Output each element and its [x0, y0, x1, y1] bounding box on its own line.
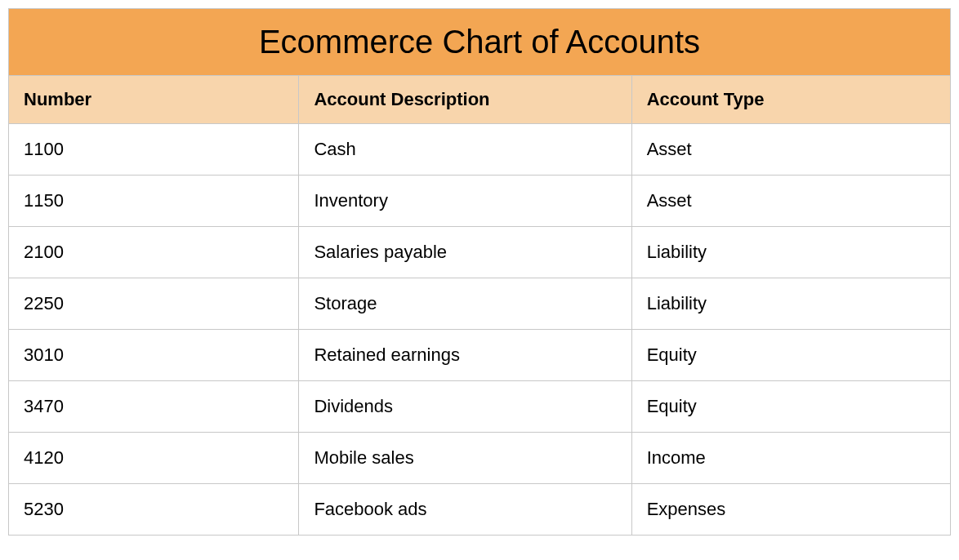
cell-description: Inventory	[299, 176, 631, 226]
table-header-row: Number Account Description Account Type	[9, 76, 950, 124]
table-title: Ecommerce Chart of Accounts	[9, 9, 950, 76]
cell-type: Liability	[632, 227, 950, 278]
cell-type: Asset	[632, 124, 950, 175]
cell-type: Asset	[632, 176, 950, 226]
cell-type: Income	[632, 433, 950, 483]
accounts-table: Ecommerce Chart of Accounts Number Accou…	[8, 8, 951, 536]
column-header-number: Number	[9, 76, 299, 123]
cell-number: 3470	[9, 381, 299, 432]
table-row: 1100CashAsset	[9, 124, 950, 176]
column-header-description: Account Description	[299, 76, 631, 123]
cell-type: Equity	[632, 330, 950, 380]
cell-type: Liability	[632, 278, 950, 329]
cell-number: 1100	[9, 124, 299, 175]
cell-number: 5230	[9, 484, 299, 535]
cell-number: 1150	[9, 176, 299, 226]
cell-type: Expenses	[632, 484, 950, 535]
cell-type: Equity	[632, 381, 950, 432]
cell-description: Dividends	[299, 381, 631, 432]
cell-number: 2250	[9, 278, 299, 329]
cell-description: Salaries payable	[299, 227, 631, 278]
cell-description: Retained earnings	[299, 330, 631, 380]
cell-description: Cash	[299, 124, 631, 175]
table-row: 2100Salaries payableLiability	[9, 227, 950, 278]
table-row: 3010Retained earningsEquity	[9, 330, 950, 381]
cell-description: Mobile sales	[299, 433, 631, 483]
cell-description: Storage	[299, 278, 631, 329]
column-header-type: Account Type	[632, 76, 950, 123]
table-row: 2250StorageLiability	[9, 278, 950, 330]
cell-number: 4120	[9, 433, 299, 483]
cell-description: Facebook ads	[299, 484, 631, 535]
table-row: 1150InventoryAsset	[9, 176, 950, 227]
cell-number: 2100	[9, 227, 299, 278]
table-row: 3470DividendsEquity	[9, 381, 950, 433]
table-row: 4120Mobile salesIncome	[9, 433, 950, 484]
cell-number: 3010	[9, 330, 299, 380]
table-body: 1100CashAsset1150InventoryAsset2100Salar…	[9, 124, 950, 535]
table-row: 5230Facebook adsExpenses	[9, 484, 950, 535]
